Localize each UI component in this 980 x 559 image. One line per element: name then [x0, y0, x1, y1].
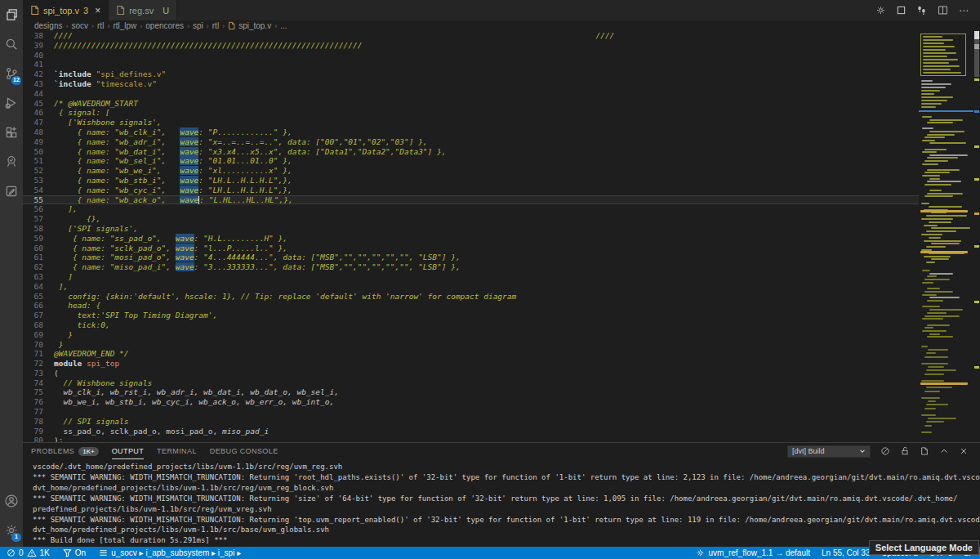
code-line[interactable]: 46 { signal: [: [23, 108, 919, 118]
code-line[interactable]: 64 ],: [23, 282, 919, 292]
dvt-profile[interactable]: uvm_ref_flow_1.1 → default: [696, 548, 810, 557]
line-number[interactable]: 49: [23, 137, 54, 147]
line-number[interactable]: 46: [23, 108, 54, 118]
line-number[interactable]: 80: [23, 436, 54, 442]
code-line[interactable]: 38//// ////: [23, 31, 919, 41]
line-number[interactable]: 56: [23, 204, 54, 214]
more-actions-icon[interactable]: ⋯: [959, 5, 969, 16]
tab-output[interactable]: OUTPUT: [112, 443, 144, 459]
tab-debug-console[interactable]: DEBUG CONSOLE: [210, 443, 278, 459]
code-line[interactable]: 73(: [23, 369, 919, 378]
line-number[interactable]: 47: [23, 118, 54, 127]
line-number[interactable]: 71: [23, 349, 54, 359]
output-channel-select[interactable]: [dvt] Build: [787, 445, 871, 458]
code-line[interactable]: 56 ],: [23, 204, 919, 214]
source-control-icon[interactable]: 12: [0, 59, 23, 88]
close-panel-icon[interactable]: [959, 446, 969, 456]
line-number[interactable]: 41: [23, 60, 54, 69]
extensions-icon[interactable]: [0, 118, 23, 147]
footprints-icon[interactable]: [916, 5, 927, 16]
code-editor[interactable]: 38//// ////39///////////////////////////…: [23, 31, 919, 442]
line-number[interactable]: 67: [23, 311, 54, 320]
code-line[interactable]: 47 ['Wishbone signals',: [23, 118, 919, 127]
tab-reg-sv[interactable]: reg.sv U: [109, 0, 177, 20]
maximize-panel-icon[interactable]: [939, 446, 949, 456]
line-number[interactable]: 45: [23, 99, 54, 109]
line-number[interactable]: 74: [23, 378, 54, 388]
code-line[interactable]: 60 { name: "sclk_pad_o", wave: "l...P...…: [23, 244, 919, 253]
breadcrumb-symbol[interactable]: ...: [280, 21, 287, 30]
code-line[interactable]: 74 // Wishbone signals: [23, 378, 919, 388]
line-number[interactable]: 40: [23, 51, 54, 60]
code-line[interactable]: 70 }: [23, 340, 919, 350]
code-line[interactable]: 76 wb_we_i, wb_stb_i, wb_cyc_i, wb_ack_o…: [23, 397, 919, 407]
line-number[interactable]: 58: [23, 224, 54, 234]
breadcrumb-item[interactable]: designs: [34, 21, 62, 30]
design-hierarchy[interactable]: u_socv ▸ i_apb_subsystem ▸ i_spi ▸: [99, 548, 241, 557]
breadcrumb-item[interactable]: socv: [71, 21, 88, 30]
code-line[interactable]: 61 { name: "mosi_pad_o", wave: "4...4444…: [23, 253, 919, 262]
code-line[interactable]: 52 { name: "wb_we_i", wave: "xl.........…: [23, 166, 919, 176]
code-line[interactable]: 44: [23, 89, 919, 99]
code-line[interactable]: 43`include "timescale.v": [23, 79, 919, 89]
code-line[interactable]: 48 { name: "wb_clk_i", wave: "P.........…: [23, 127, 919, 137]
close-icon[interactable]: ×: [95, 5, 100, 16]
line-number[interactable]: 57: [23, 214, 54, 224]
line-number[interactable]: 42: [23, 69, 54, 79]
line-number[interactable]: 55: [23, 195, 54, 205]
gear-icon[interactable]: [875, 5, 886, 16]
code-line[interactable]: 77: [23, 407, 919, 417]
line-number[interactable]: 60: [23, 244, 54, 253]
code-line[interactable]: 79 ss_pad_o, sclk_pad_o, mosi_pad_o, mis…: [23, 427, 919, 436]
code-line[interactable]: 39//////////////////////////////////////…: [23, 41, 919, 51]
line-number[interactable]: 68: [23, 320, 54, 330]
line-number[interactable]: 72: [23, 359, 54, 369]
notebook-icon[interactable]: [0, 177, 23, 206]
breadcrumb-item[interactable]: rtl_lpw: [113, 21, 136, 30]
stop-square-icon[interactable]: [897, 6, 906, 15]
account-icon[interactable]: [0, 486, 23, 516]
run-debug-icon[interactable]: [0, 88, 23, 118]
code-line[interactable]: 68 tick:0,: [23, 320, 919, 330]
minimap[interactable]: [919, 31, 973, 442]
tab-spi-top[interactable]: spi_top.v 3 ×: [23, 0, 109, 20]
line-number[interactable]: 43: [23, 79, 54, 89]
code-line[interactable]: 50 { name: "wb_dat_i", wave: "x3.x4...x5…: [23, 147, 919, 157]
tab-terminal[interactable]: TERMINAL: [157, 443, 197, 459]
line-number[interactable]: 61: [23, 253, 54, 262]
settings-gear-icon[interactable]: 1: [0, 516, 23, 545]
breadcrumb-file[interactable]: spi_top.v: [238, 21, 271, 30]
cursor-position[interactable]: Ln 55, Col 33: [822, 548, 871, 557]
code-line[interactable]: 59 { name: "ss_pad_o", wave: "H.L.......…: [23, 234, 919, 244]
line-number[interactable]: 48: [23, 127, 54, 137]
code-line[interactable]: 53 { name: "wb_stb_i", wave: "LH.L..H.L.…: [23, 176, 919, 186]
breadcrumb-item[interactable]: spi: [193, 21, 203, 30]
line-number[interactable]: 66: [23, 301, 54, 311]
line-number[interactable]: 59: [23, 234, 54, 244]
clear-output-icon[interactable]: [880, 446, 890, 456]
line-number[interactable]: 51: [23, 156, 54, 166]
breadcrumb-item[interactable]: rtl: [97, 21, 104, 30]
code-line[interactable]: 49 { name: "wb_adr_i", wave: "x=..=..=..…: [23, 137, 919, 147]
code-line[interactable]: 69 }: [23, 330, 919, 340]
code-line[interactable]: 71@WAVEDROM_END */: [23, 349, 919, 359]
explorer-icon[interactable]: [0, 0, 23, 29]
code-line[interactable]: 41: [23, 60, 919, 69]
line-number[interactable]: 53: [23, 176, 54, 186]
split-editor-icon[interactable]: [938, 5, 948, 16]
code-line[interactable]: 63 ]: [23, 272, 919, 282]
line-number[interactable]: 77: [23, 407, 54, 417]
verification-icon[interactable]: [0, 147, 23, 177]
breadcrumb-item[interactable]: rtl: [212, 21, 219, 30]
scrollbar[interactable]: [973, 31, 980, 442]
tab-problems[interactable]: PROBLEMS 1K+: [31, 443, 99, 459]
line-number[interactable]: 54: [23, 186, 54, 195]
search-icon[interactable]: [0, 29, 23, 59]
line-number[interactable]: 76: [23, 397, 54, 407]
code-line[interactable]: 78 // SPI signals: [23, 417, 919, 427]
problems-status[interactable]: 0 1K: [7, 548, 50, 557]
breadcrumb-item[interactable]: opencores: [145, 21, 184, 30]
line-number[interactable]: 39: [23, 41, 54, 51]
code-line[interactable]: 62 { name: "miso_pad_i", wave: "3...3333…: [23, 262, 919, 272]
code-line[interactable]: 42`include "spi_defines.v": [23, 69, 919, 79]
